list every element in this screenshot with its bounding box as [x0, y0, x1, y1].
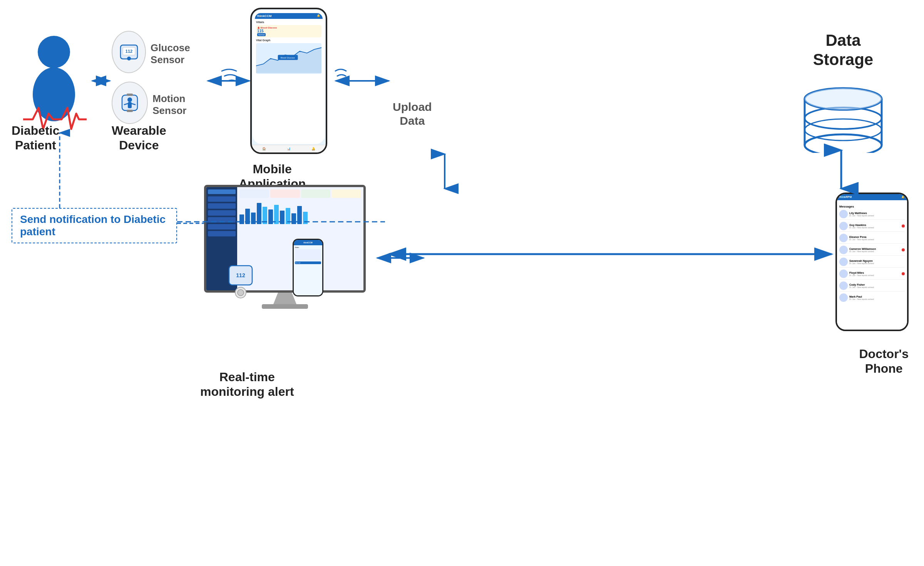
glucose-icon-row: 🩸 Blood Glucose [257, 26, 320, 29]
patient-icon [12, 31, 96, 131]
svg-text:Blood Glucose: Blood Glucose [281, 57, 295, 59]
messages-heading: Messages [839, 205, 905, 208]
svg-text:112: 112 [236, 272, 245, 278]
diabetic-patient-label: Diabetic Patient [12, 123, 59, 153]
patient-svg [12, 31, 96, 131]
svg-point-18 [127, 57, 131, 60]
phone-home-icon: 🏠 [262, 147, 266, 151]
svg-text:112: 112 [125, 49, 132, 54]
unread-badge-6 [902, 272, 905, 275]
contact-name-5: Savannah Nguyen [849, 260, 874, 262]
small-phone-near-monitor: thinkCCM Vitals Normal [293, 239, 323, 296]
small-glucose-device: 112 [227, 262, 254, 302]
doctors-phone-label: Doctor's Phone [859, 347, 909, 376]
phone-bottom-bar: 🏠 📊 🔔 [252, 145, 326, 152]
glucose-value: 115 [257, 29, 320, 33]
glucose-card: 🩸 Blood Glucose 115 Normal [256, 25, 321, 37]
doctor-phone-screen: Messages Lily Matthews Dr. Jan - New rep… [837, 200, 907, 331]
data-storage-section: Data Storage [793, 31, 893, 153]
monitor-base [262, 304, 308, 309]
contact-item-3: Eleanor Pena Dr. Jan - New reports arriv… [839, 234, 905, 244]
svg-point-20 [127, 97, 132, 102]
contact-name-3: Eleanor Pena [849, 236, 874, 238]
contact-item-5: Savannah Nguyen Dr. Jan - New reports ar… [839, 258, 905, 268]
contact-name-8: Mark Paul [849, 295, 874, 298]
unread-badge-4 [902, 248, 905, 251]
phone-top-bar: thinkCCM 🔔 [255, 13, 323, 19]
notification-box: Send notification to Diabetic patient [12, 208, 177, 243]
contact-item-8: Mark Paul Dr. Jan - New reports arrived [839, 293, 905, 302]
phone-bell-icon: 🔔 [311, 147, 315, 151]
phone-chart-icon: 📊 [287, 147, 291, 151]
svg-rect-21 [128, 102, 132, 108]
contact-name-7: Cody Fisher [849, 283, 874, 286]
contact-name-1: Lily Matthews [849, 212, 874, 214]
monitor-cards-row [239, 189, 361, 198]
monitor-stand [273, 293, 296, 304]
contact-item-6: Floyd Miles Dr. Jan - New reports arrive… [839, 270, 905, 280]
contact-item-7: Cody Fisher Dr. Jan - New reports arrive… [839, 281, 905, 291]
contact-name-6: Floyd Miles [849, 271, 900, 274]
database-cylinder-svg [797, 76, 889, 153]
motion-sensor-icon [112, 82, 148, 124]
contact-list: Lily Matthews Dr. Jan - New reports arri… [839, 210, 905, 302]
phone-content: Vitals 🩸 Blood Glucose 115 Normal Vital … [255, 19, 323, 77]
wearable-device-section: 112 Glucose Sensor Motion [112, 31, 212, 132]
notification-text: Send notification to Diabetic patient [20, 213, 166, 238]
contact-item-4: Cameron Williamson Dr. Jan - New reports… [839, 246, 905, 256]
doctor-phone-top-bar: thinkRPM 🔔 [837, 194, 907, 200]
mobile-app-phone: thinkCCM 🔔 Vitals 🩸 Blood Glucose 115 No… [250, 8, 327, 154]
phone-graph: Blood Glucose [256, 43, 321, 74]
vitals-heading: Vitals [256, 20, 321, 24]
doctor-app-title: thinkRPM [839, 196, 852, 199]
svg-point-34 [805, 88, 882, 110]
normal-badge: Normal [257, 33, 266, 36]
svg-point-38 [238, 290, 244, 296]
phone-screen: thinkCCM 🔔 Vitals 🩸 Blood Glucose 115 No… [253, 10, 325, 144]
svg-point-13 [38, 36, 70, 68]
doctor-bell-icon: 🔔 [901, 196, 905, 199]
unread-badge-2 [902, 224, 905, 228]
data-storage-title: Data Storage [813, 31, 873, 70]
phone-app-title: thinkCCM [257, 14, 271, 18]
monitor-bar-chart [239, 201, 361, 224]
phone-status: 🔔 [317, 14, 320, 18]
wearable-device-label: Wearable Device [112, 123, 166, 153]
glucose-sensor-row: 112 Glucose Sensor [112, 31, 212, 77]
vital-graph-label: Vital Graph [256, 39, 321, 42]
contact-item-2: Guy Hawkins Dr. Jan - New reports arrive… [839, 222, 905, 232]
upload-data-label: Upload Data [393, 100, 432, 128]
monitor-section [192, 185, 377, 309]
doctors-phone: thinkRPM 🔔 Messages Lily Matthews Dr. Ja… [835, 193, 909, 331]
svg-rect-24 [127, 94, 133, 96]
contact-name-2: Guy Hawkins [849, 224, 900, 226]
motion-sensor-row: Motion Sensor [112, 82, 212, 128]
realtime-monitor-label: Real-time monitoring alert [200, 370, 294, 399]
contact-item-1: Lily Matthews Dr. Jan - New reports arri… [839, 210, 905, 220]
diagram-container: Diabetic Patient 112 Glucose Sensor [0, 0, 924, 566]
glucose-sensor-icon: 112 [112, 31, 146, 73]
svg-rect-25 [127, 110, 133, 112]
contact-name-4: Cameron Williamson [849, 248, 900, 250]
motion-sensor-label: Motion Sensor [152, 93, 212, 117]
glucose-sensor-label: Glucose Sensor [151, 42, 212, 66]
